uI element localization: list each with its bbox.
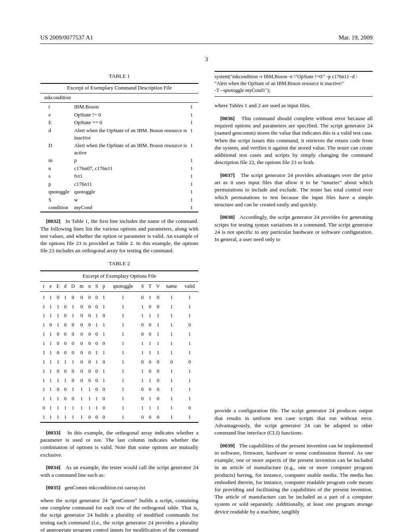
data-cell: 0 [93,339,100,348]
data-cell: 0 [181,403,198,413]
data-cell: 1 [100,330,107,339]
data-cell: 0 [69,291,77,302]
data-cell: 1 [181,385,198,394]
data-cell: 1 [154,403,162,413]
para-num: [0039] [220,443,235,449]
data-cell: 0 [54,291,62,302]
data-cell: 0 [86,357,93,367]
data-cell: 1 [162,413,181,422]
col-header: T [146,281,154,291]
data-cell: 0 [154,385,162,394]
data-cell: 0 [146,320,154,330]
val-cell: w [73,196,189,204]
table-row: 110000001100111 [40,330,198,339]
data-cell: 0 [154,357,162,367]
data-cell: 0 [86,330,93,339]
data-cell: 1 [107,330,139,339]
data-cell: 1 [47,413,54,422]
para-num: [0033] [46,430,60,436]
data-cell: 0 [69,330,77,339]
flag-cell: 1 [189,118,199,127]
data-cell: 1 [69,302,77,312]
para-35b: where Tables 1 and 2 are used as input f… [215,102,373,109]
para-38: [0038] Accordingly, the script generator… [215,214,373,243]
data-cell: 0 [54,348,62,357]
para-35-text: where the script generator 24 "genComm" … [40,497,198,532]
flag-cell: 1 [189,141,199,156]
data-cell: 1 [40,348,47,357]
flag-cell: 1 [189,156,199,164]
opt-cell: E [40,118,73,127]
val-cell: p [73,156,189,164]
data-cell: 1 [86,385,93,394]
opt-cell: qnotoggle [40,188,73,196]
data-cell: 1 [40,291,47,302]
table-row: 111111000100011 [40,413,198,422]
data-cell: 0 [139,330,146,339]
data-cell: 1 [162,376,181,385]
para-num: [0036] [220,115,235,121]
para-text: In Table 1, the first line includes the … [40,218,198,254]
data-cell: 1 [40,302,47,312]
data-cell: 1 [93,394,100,403]
code-line: system("mkcondition -r IBM.Boson -e \"Op… [215,74,357,79]
data-cell: 0 [154,367,162,376]
data-cell: 1 [181,291,198,302]
data-cell: 0 [139,394,146,403]
data-cell: 1 [139,339,146,348]
data-cell: 1 [162,385,181,394]
data-cell: 1 [40,376,47,385]
data-cell: 0 [146,302,154,312]
data-cell: 1 [139,367,146,376]
data-cell: 1 [154,311,162,320]
para-num: [0035] [46,484,60,490]
column-gap [215,249,373,402]
opt-cell: d [40,127,73,141]
data-cell: 0 [54,330,62,339]
data-cell: 1 [100,302,107,312]
data-cell: 1 [139,311,146,320]
data-cell: 1 [146,291,154,302]
data-cell: 1 [62,413,69,422]
table-row: conditionmyCond1 [40,204,198,212]
data-cell: 1 [54,320,62,330]
data-cell: 1 [47,311,54,320]
data-cell: 0 [139,413,146,422]
data-cell: 0 [93,291,100,302]
data-cell: 0 [154,291,162,302]
table-row: 111100001111011 [40,376,198,385]
code-line: "Alert when the OpState of an IBM.Boson … [215,81,344,86]
table-row: 110000011111111 [40,348,198,357]
data-cell: 0 [69,367,77,376]
data-cell: 0 [40,403,47,413]
data-cell: 0 [77,311,86,320]
data-cell: 1 [77,413,86,422]
data-cell: 1 [47,330,54,339]
table-row: mp1 [40,156,198,164]
data-cell: 0 [100,394,107,403]
data-cell: 1 [54,302,62,312]
table-row: 110100001101011 [40,291,198,302]
data-cell: 0 [47,320,54,330]
table2: Excerpt of Exemplary Options File reEdDm… [40,270,198,423]
table1-cmdname: mkcondition [40,93,73,103]
opt-cell: e [40,111,73,119]
col-header: S [93,281,100,291]
data-cell: 1 [54,376,62,385]
data-cell: 1 [100,367,107,376]
data-cell: 1 [62,291,69,302]
data-cell: 1 [162,367,181,376]
data-cell: 1 [47,394,54,403]
data-cell: 1 [162,394,181,403]
data-cell: 1 [47,348,54,357]
data-cell: 0 [93,376,100,385]
table-row: 110000001110011 [40,367,198,376]
table-row: eOpState != 01 [40,111,198,119]
data-cell: 1 [40,385,47,394]
data-cell: 1 [100,291,107,302]
flag-cell: 1 [189,196,199,204]
flag-cell: 1 [189,204,199,212]
data-cell: 1 [154,348,162,357]
data-cell: 1 [77,394,86,403]
data-cell: 1 [162,302,181,312]
